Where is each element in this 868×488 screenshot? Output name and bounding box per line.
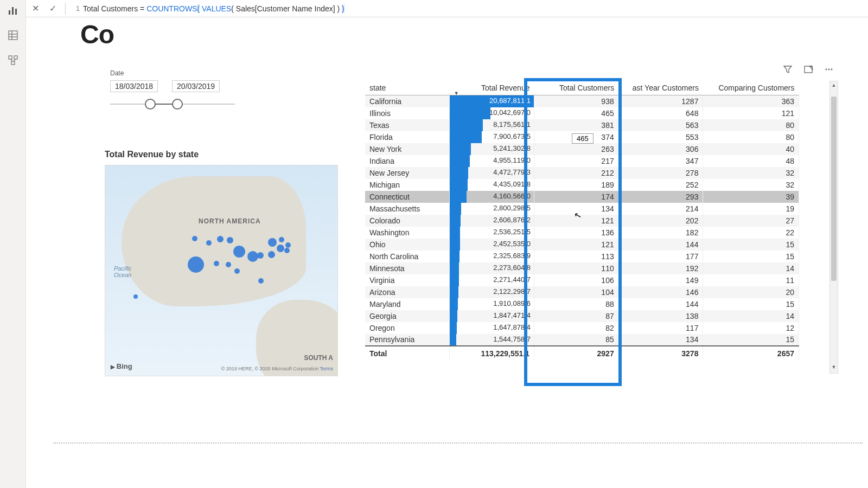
slicer-track[interactable] bbox=[110, 98, 235, 111]
scroll-down-icon[interactable]: ▼ bbox=[831, 364, 837, 372]
map-visual[interactable]: Total Revenue by state NORTH AMERICA SOU… bbox=[105, 150, 338, 376]
col-header-customers[interactable]: Total Customers bbox=[534, 81, 618, 95]
slicer-label: Date bbox=[110, 69, 235, 77]
cell-revenue: 4,955,119.0 bbox=[450, 155, 534, 167]
cell-state: Virginia bbox=[365, 274, 450, 286]
cell-comparing: 20 bbox=[703, 286, 799, 298]
cell-comparing: 15 bbox=[703, 239, 799, 251]
nav-rail bbox=[0, 0, 26, 488]
cell-customers: 217 bbox=[534, 155, 618, 167]
table-row[interactable]: Illinois10,042,697.0465648121 bbox=[365, 107, 799, 119]
model-view-icon[interactable] bbox=[7, 54, 19, 66]
table-visual[interactable]: state Total Revenue▼ Total Customers ast… bbox=[365, 81, 799, 374]
table-row[interactable]: Texas8,175,561.138156380 bbox=[365, 119, 799, 131]
cell-state: California bbox=[365, 95, 450, 107]
formula-text[interactable]: Total Customers = COUNTROWS( VALUES( Sal… bbox=[83, 4, 344, 13]
cell-state: New Jersey bbox=[365, 167, 450, 179]
col-header-comparing[interactable]: Comparing Customers bbox=[703, 81, 799, 95]
table-row[interactable]: Arizona2,122,298.710414620 bbox=[365, 286, 799, 298]
slicer-to-value[interactable]: 20/03/2019 bbox=[172, 80, 220, 92]
svg-rect-12 bbox=[805, 66, 812, 73]
col-header-last-year[interactable]: ast Year Customers bbox=[618, 81, 703, 95]
cell-last-year: 182 bbox=[618, 227, 703, 239]
table-row[interactable]: Oregon1,647,878.48211712 bbox=[365, 322, 799, 334]
commit-formula-button[interactable]: ✓ bbox=[46, 2, 60, 16]
cell-revenue: 2,273,604.8 bbox=[450, 262, 534, 274]
table-row[interactable]: North Carolina2,325,683.911317715 bbox=[365, 251, 799, 262]
report-view-icon[interactable] bbox=[7, 4, 19, 16]
cell-state: Arizona bbox=[365, 286, 450, 298]
cell-customers: 104 bbox=[534, 286, 618, 298]
svg-line-10 bbox=[10, 59, 12, 61]
filter-icon[interactable] bbox=[782, 64, 793, 75]
cell-state: Texas bbox=[365, 119, 450, 131]
table-row[interactable]: Minnesota2,273,604.811019214 bbox=[365, 262, 799, 274]
cell-customers: 136 bbox=[534, 227, 618, 239]
table-row[interactable]: Washington2,536,251.513618222 bbox=[365, 227, 799, 239]
svg-point-14 bbox=[828, 69, 830, 70]
cancel-formula-button[interactable]: ✕ bbox=[28, 2, 42, 16]
table-scrollbar[interactable]: ▲ ▼ bbox=[829, 81, 838, 374]
svg-rect-0 bbox=[9, 10, 10, 15]
cell-last-year: 252 bbox=[618, 179, 703, 191]
more-options-icon[interactable] bbox=[824, 64, 834, 75]
col-header-revenue[interactable]: Total Revenue▼ bbox=[450, 81, 534, 95]
total-label: Total bbox=[365, 346, 450, 361]
cell-last-year: 553 bbox=[618, 131, 703, 143]
cell-comparing: 48 bbox=[703, 155, 799, 167]
table-row[interactable]: New Jersey4,472,779.321227832 bbox=[365, 167, 799, 179]
cell-customers: 106 bbox=[534, 274, 618, 286]
table-row[interactable]: Massachusetts2,800,298.513421419 bbox=[365, 203, 799, 215]
scroll-thumb[interactable] bbox=[831, 97, 837, 281]
cell-customers: 381 bbox=[534, 119, 618, 131]
cell-comparing: 22 bbox=[703, 227, 799, 239]
svg-line-11 bbox=[14, 59, 16, 61]
table-row[interactable]: Maryland1,910,089.68814415 bbox=[365, 298, 799, 310]
table-row[interactable]: Connecticut4,160,566.017429339 bbox=[365, 191, 799, 203]
cell-last-year: 202 bbox=[618, 215, 703, 227]
slicer-handle-from[interactable] bbox=[145, 99, 156, 110]
cell-comparing: 11 bbox=[703, 274, 799, 286]
scroll-up-icon[interactable]: ▲ bbox=[831, 82, 837, 90]
cell-last-year: 278 bbox=[618, 167, 703, 179]
table-row[interactable]: Virginia2,271,440.710614911 bbox=[365, 274, 799, 286]
page-title: Co bbox=[80, 20, 114, 49]
table-row[interactable]: Colorado2,606,876.212120227 bbox=[365, 215, 799, 227]
visual-header-actions bbox=[782, 64, 834, 75]
cell-comparing: 39 bbox=[703, 191, 799, 203]
cell-customers: 82 bbox=[534, 322, 618, 334]
table-row[interactable]: Michigan4,435,091.818925232 bbox=[365, 179, 799, 191]
cell-revenue: 1,647,878.4 bbox=[450, 322, 534, 334]
cell-last-year: 138 bbox=[618, 310, 703, 322]
cell-customers: 113 bbox=[534, 251, 618, 262]
focus-mode-icon[interactable] bbox=[803, 64, 814, 75]
col-header-state[interactable]: state bbox=[365, 81, 450, 95]
date-slicer[interactable]: Date 18/03/2018 20/03/2019 bbox=[110, 69, 235, 111]
table-row[interactable]: Pennsylvania1,544,758.78513415 bbox=[365, 334, 799, 346]
total-comparing: 2657 bbox=[703, 346, 799, 361]
table-row[interactable]: Ohio2,452,535.012114415 bbox=[365, 239, 799, 251]
cell-tooltip: 465 bbox=[572, 133, 593, 144]
cell-last-year: 293 bbox=[618, 191, 703, 203]
table-header-row: state Total Revenue▼ Total Customers ast… bbox=[365, 81, 799, 95]
svg-rect-1 bbox=[12, 7, 14, 15]
table-row[interactable]: Indiana4,955,119.021734748 bbox=[365, 155, 799, 167]
report-canvas: ✕ ✓ 1 Total Customers = COUNTROWS( VALUE… bbox=[26, 0, 868, 488]
cell-state: Maryland bbox=[365, 298, 450, 310]
formula-bar[interactable]: ✕ ✓ 1 Total Customers = COUNTROWS( VALUE… bbox=[26, 0, 868, 17]
cell-customers: 465 bbox=[534, 107, 618, 119]
table-row[interactable]: Georgia1,847,471.48713814 bbox=[365, 310, 799, 322]
cell-state: New York bbox=[365, 143, 450, 155]
table-row[interactable]: California20,687,811.19381287363 bbox=[365, 95, 799, 107]
svg-point-13 bbox=[826, 69, 827, 70]
data-view-icon[interactable] bbox=[7, 29, 19, 41]
map-canvas[interactable]: NORTH AMERICA SOUTH A Pacific Ocean bbox=[105, 165, 338, 376]
slicer-from-value[interactable]: 18/03/2018 bbox=[110, 80, 158, 92]
map-terms-link[interactable]: Terms bbox=[320, 366, 334, 371]
cell-revenue: 8,175,561.1 bbox=[450, 119, 534, 131]
slicer-handle-to[interactable] bbox=[172, 99, 183, 110]
table-row[interactable]: New York5,241,302.826330640 bbox=[365, 143, 799, 155]
cell-customers: 85 bbox=[534, 334, 618, 346]
cell-last-year: 563 bbox=[618, 119, 703, 131]
cell-state: Georgia bbox=[365, 310, 450, 322]
